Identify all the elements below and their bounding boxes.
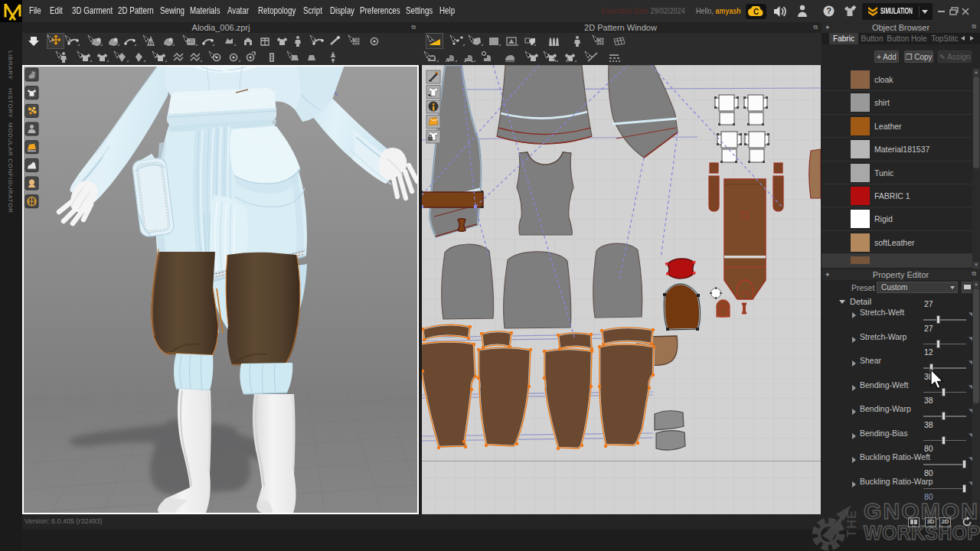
svg-text:C: C bbox=[753, 8, 759, 16]
svg-text:?: ? bbox=[826, 6, 831, 15]
